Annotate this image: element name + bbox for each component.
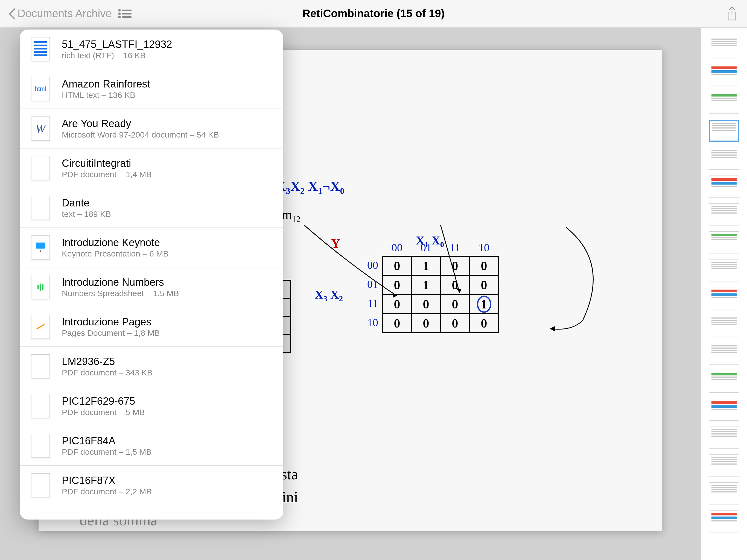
file-item[interactable]: WAre You ReadyMicrosoft Word 97-2004 doc… [20,109,283,149]
file-title: 51_475_LASTFI_12932 [62,39,172,50]
file-thumb-icon [27,353,54,380]
file-title: CircuitiIntegrati [62,157,152,169]
page-title: RetiCombinatorie (15 of 19) [302,7,445,19]
file-thumb-icon [27,36,54,62]
file-subtitle: text – 189 KB [62,209,111,219]
file-thumb-icon [27,393,54,419]
file-item[interactable]: Introduzione PagesPages Document – 1,8 M… [20,307,283,347]
slide-thumb[interactable] [709,427,739,449]
kmap-col-header: X1 X0 [416,233,444,249]
file-title: Are You Ready [62,118,219,130]
file-title: Dante [62,197,111,209]
file-title: Amazon Rainforest [62,78,150,90]
file-subtitle: PDF document – 343 KB [62,368,153,377]
file-item[interactable]: PIC16F84APDF document – 1,5 MB [20,426,283,466]
file-thumb-icon: html [27,76,54,102]
slide-thumb[interactable] [709,148,739,170]
file-subtitle: Numbers Spreadsheet – 1,5 MB [62,289,179,298]
file-item[interactable]: htmlAmazon RainforestHTML text – 136 KB [20,69,283,109]
document-list-popover: 51_475_LASTFI_12932rich text (RTF) – 16 … [20,29,283,519]
file-item[interactable]: PIC12F629-675PDF document – 5 MB [20,386,283,426]
file-title: PIC12F629-675 [62,396,145,407]
thumbnail-rail[interactable] [700,28,747,560]
slide-thumb[interactable] [709,92,739,114]
slide-thumb[interactable] [709,287,739,309]
file-title: LM2936-Z5 [62,356,153,367]
file-item[interactable]: Dantetext – 189 KB [20,188,283,228]
share-button[interactable] [725,7,739,21]
slide-thumb[interactable] [709,64,739,86]
slide-thumb[interactable] [709,259,739,281]
file-title: Introduzione Numbers [62,276,179,288]
file-title: Introduzione Keynote [62,237,169,249]
document-list-toggle[interactable] [117,6,133,21]
file-thumb-icon [27,314,54,340]
file-subtitle: Microsoft Word 97-2004 document – 54 KB [62,130,219,139]
slide-thumb[interactable] [709,371,739,393]
file-item[interactable]: Introduzione KeynoteKeynote Presentation… [20,228,283,268]
kmap-y-label: Y [331,236,340,251]
file-item[interactable]: Introduzione NumbersNumbers Spreadsheet … [20,268,283,307]
slide-thumb[interactable] [709,120,739,142]
file-thumb-icon [27,274,54,300]
slide-thumb[interactable] [709,399,739,421]
back-button[interactable]: Documents Archive [8,7,112,20]
slide-thumb[interactable] [709,343,739,365]
file-subtitle: Pages Document – 1,8 MB [62,328,160,338]
file-item[interactable]: LM2936-Z5PDF document – 343 KB [20,347,283,386]
file-item[interactable]: PIC16F87XPDF document – 2,2 MB [20,466,283,505]
file-subtitle: PDF document – 5 MB [62,408,145,417]
slide-thumb[interactable] [709,510,739,532]
slide-thumb[interactable] [709,315,739,337]
file-thumb-icon [27,433,54,459]
slide-thumb[interactable] [709,176,739,198]
slide-thumb[interactable] [709,455,739,476]
file-title: Introduzione Pages [62,316,160,328]
file-thumb-icon [27,155,54,181]
file-thumb-icon: W [27,116,54,142]
back-label: Documents Archive [18,7,112,20]
file-title: PIC16F84A [62,435,152,447]
toolbar: Documents Archive RetiCombinatorie (15 o… [0,0,747,27]
file-subtitle: PDF document – 1,4 MB [62,170,152,179]
share-icon [726,6,738,21]
file-subtitle: PDF document – 2,2 MB [62,487,152,496]
file-thumb-icon [27,234,54,261]
file-subtitle: HTML text – 136 KB [62,91,150,100]
file-thumb-icon [27,195,54,221]
chevron-left-icon [8,7,16,20]
slide-thumb[interactable] [709,36,739,58]
slide-thumb[interactable] [709,231,739,253]
file-item[interactable]: CircuitiIntegratiPDF document – 1,4 MB [20,149,283,188]
slide-thumb[interactable] [709,482,739,504]
kmap-row-header: X3 X2 [315,288,343,303]
karnaugh-map: Y X1 X0 X3 X2 00011110000100010100110001… [361,241,499,333]
file-item[interactable]: 51_475_LASTFI_12932rich text (RTF) – 16 … [20,29,283,69]
slide-thumb[interactable] [709,203,739,225]
file-thumb-icon [27,472,54,499]
svg-marker-2 [550,326,555,331]
file-subtitle: rich text (RTF) – 16 KB [62,51,172,60]
file-title: PIC16F87X [62,475,152,486]
file-subtitle: Keynote Presentation – 6 MB [62,249,169,258]
file-subtitle: PDF document – 1,5 MB [62,447,152,457]
